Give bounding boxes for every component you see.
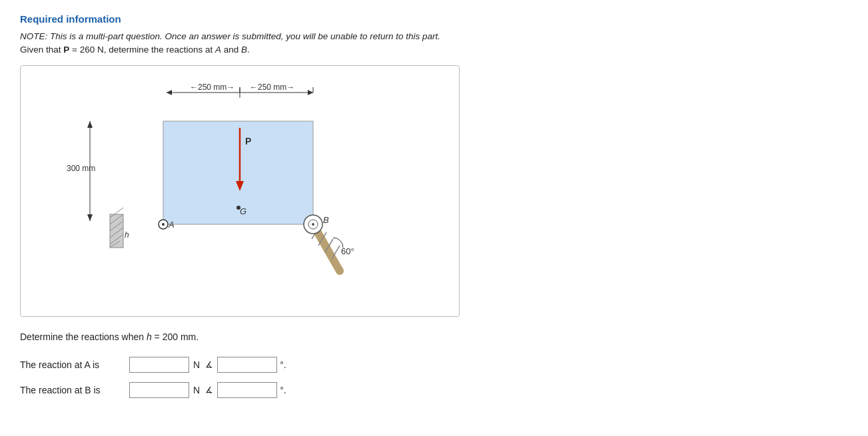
- note-text: NOTE: This is a multi-part question. Onc…: [20, 31, 440, 41]
- diagram-svg: ←250 mm→ ←250 mm→ 300 mm h: [53, 78, 426, 304]
- reaction-B-degree: °.: [280, 385, 286, 395]
- reaction-B-magnitude-input[interactable]: [129, 382, 189, 398]
- reaction-A-unit: N: [193, 359, 200, 370]
- note-section: NOTE: This is a multi-part question. Onc…: [20, 30, 848, 57]
- P-label: P: [245, 136, 251, 146]
- question-text: Determine the reactions when h = 200 mm.: [20, 331, 848, 342]
- reaction-B-label: The reaction at B is: [20, 385, 127, 395]
- svg-point-22: [162, 223, 165, 226]
- reaction-B-row: The reaction at B is N ∡ °.: [20, 382, 848, 398]
- diagram-box: ←250 mm→ ←250 mm→ 300 mm h: [20, 65, 460, 317]
- reaction-A-magnitude-input[interactable]: [129, 357, 189, 373]
- B-label: B: [323, 215, 329, 225]
- reaction-A-label: The reaction at A is: [20, 359, 127, 370]
- dim2-label: ←250 mm→: [250, 83, 294, 92]
- svg-point-23: [236, 206, 240, 210]
- svg-marker-8: [87, 121, 93, 128]
- reaction-B-angle-input[interactable]: [217, 382, 277, 398]
- reaction-A-angle-symbol: ∡: [205, 359, 213, 369]
- reaction-A-degree: °.: [280, 359, 286, 370]
- height-label: 300 mm: [67, 164, 95, 173]
- G-label: G: [240, 206, 246, 216]
- svg-point-33: [312, 223, 314, 226]
- reaction-A-angle-input[interactable]: [217, 357, 277, 373]
- required-info-title: Required information: [20, 13, 848, 25]
- svg-marker-4: [308, 90, 313, 95]
- dim1-label: ←250 mm→: [190, 83, 234, 92]
- h-label: h: [125, 230, 129, 240]
- diagram-container: ←250 mm→ ←250 mm→ 300 mm h: [34, 78, 446, 304]
- given-text: Given that P = 260 N, determine the reac…: [20, 45, 250, 55]
- reaction-B-angle-symbol: ∡: [205, 385, 213, 395]
- reaction-B-unit: N: [193, 385, 200, 395]
- angle-label: 60°: [341, 246, 354, 256]
- reaction-A-row: The reaction at A is N ∡ °.: [20, 357, 848, 373]
- svg-marker-9: [87, 214, 93, 221]
- svg-marker-1: [167, 90, 172, 95]
- A-label: A: [168, 220, 175, 230]
